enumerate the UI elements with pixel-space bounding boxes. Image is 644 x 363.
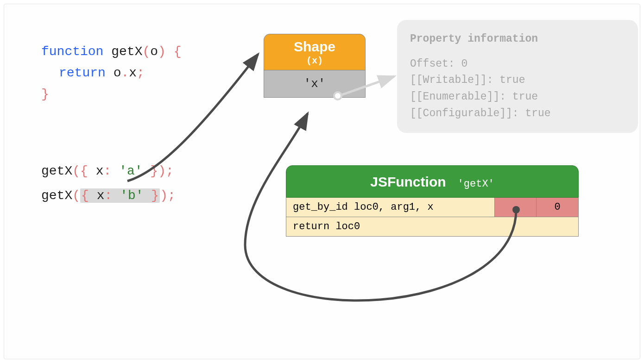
param: o (150, 44, 158, 59)
jsfunction-box: JSFunction 'getX' get_by_id loc0, arg1, … (286, 165, 579, 237)
jsfunction-name: 'getX' (458, 178, 494, 190)
inline-cache-offset-slot: 0 (537, 198, 578, 217)
property-info-title: Property information (410, 31, 625, 48)
prop-offset: Offset: 0 (410, 56, 625, 73)
prop-configurable: [[Configurable]]: true (410, 106, 625, 122)
call-sites: getX({ x: 'a' }); getX({ x: 'b' }); (41, 159, 176, 208)
shape-sub: (x) (264, 56, 365, 66)
call-line-1: getX({ x: 'a' }); (41, 159, 176, 183)
shape-header: Shape (x) (264, 34, 366, 70)
jsfunction-title: JSFunction (370, 174, 446, 189)
shape-prop-name: 'x' (304, 77, 326, 91)
bytecode-row-2: return loc0 (286, 217, 578, 236)
shape-property-cell: 'x' (264, 70, 366, 98)
jsfunction-header: JSFunction 'getX' (286, 165, 579, 198)
keyword-return: return (59, 66, 106, 80)
function-name-def: getX (111, 44, 142, 59)
prop-writable: [[Writable]]: true (410, 72, 625, 89)
shape-box: Shape (x) 'x' (264, 34, 366, 98)
bytecode-instr-2: return loc0 (286, 217, 578, 236)
diagram-canvas: function getX(o) { return o.x; } getX({ … (4, 4, 640, 359)
property-info-card: Property information Offset: 0 [[Writabl… (397, 20, 638, 133)
return-obj: o (114, 66, 121, 80)
inline-cache-shape-slot (495, 198, 537, 217)
jsfunction-body: get_by_id loc0, arg1, x 0 return loc0 (286, 198, 579, 237)
keyword-function: function (41, 44, 103, 59)
source-code: function getX(o) { return o.x; } (41, 41, 182, 106)
bytecode-instr-1: get_by_id loc0, arg1, x (286, 198, 495, 217)
bytecode-row-1: get_by_id loc0, arg1, x 0 (286, 198, 578, 217)
return-prop: x (129, 66, 137, 80)
shape-title: Shape (264, 39, 365, 55)
prop-enumerable: [[Enumerable]]: true (410, 89, 625, 106)
call-line-2: getX({ x: 'b' }); (41, 183, 176, 208)
